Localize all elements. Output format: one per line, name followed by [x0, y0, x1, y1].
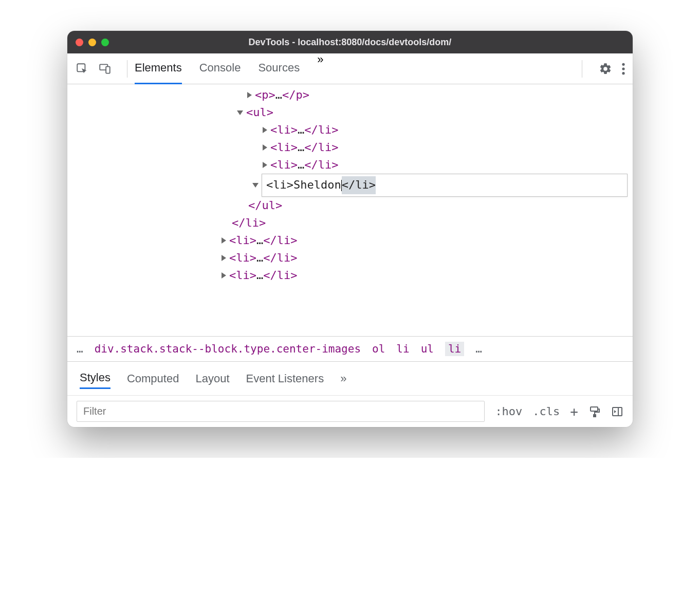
breadcrumb: … div.stack.stack--block.type.center-ima…: [67, 336, 633, 362]
tab-console[interactable]: Console: [199, 53, 241, 84]
tag-close: </li>: [304, 121, 338, 139]
ellipsis: …: [298, 156, 304, 174]
tag-open: <ul>: [246, 104, 273, 121]
tag-close: </li>: [263, 267, 297, 284]
svg-rect-6: [591, 407, 598, 411]
maximize-window-button[interactable]: [101, 39, 109, 46]
tab-elements[interactable]: Elements: [135, 53, 182, 84]
breadcrumb-div[interactable]: div.stack.stack--block.type.center-image…: [95, 343, 361, 355]
tag-open: <p>: [255, 86, 275, 104]
cls-toggle[interactable]: .cls: [532, 405, 560, 418]
dom-node-li[interactable]: <li>…</li>: [72, 121, 628, 139]
tab-computed[interactable]: Computed: [127, 369, 179, 388]
expand-arrow-icon[interactable]: [263, 162, 267, 168]
window-traffic-lights: [76, 39, 109, 46]
toolbar-divider: [127, 60, 127, 78]
dom-node-li[interactable]: <li>…</li>: [72, 249, 628, 267]
toolbar-divider: [582, 60, 582, 78]
breadcrumb-overflow-left[interactable]: …: [77, 343, 83, 355]
styles-tabs: Styles Computed Layout Event Listeners »: [67, 362, 633, 396]
ellipsis: …: [298, 121, 304, 139]
tag-close: </li>: [304, 139, 338, 156]
dom-node-ul[interactable]: <ul>: [72, 104, 628, 121]
minimize-window-button[interactable]: [88, 39, 96, 46]
inspect-element-icon[interactable]: [75, 61, 90, 77]
tag-open: <li>: [270, 139, 298, 156]
svg-rect-7: [594, 415, 596, 417]
expand-arrow-icon[interactable]: [263, 144, 267, 151]
styles-filter-row: :hov .cls +: [67, 396, 633, 427]
devtools-toolbar: Elements Console Sources »: [67, 53, 633, 84]
dom-node-li-close[interactable]: </li>: [72, 214, 628, 232]
tag-open: <li>: [270, 156, 298, 174]
more-styles-tabs-icon[interactable]: »: [340, 369, 346, 388]
main-tabs: Elements Console Sources »: [135, 53, 575, 84]
collapse-arrow-icon[interactable]: [237, 110, 243, 115]
titlebar: DevTools - localhost:8080/docs/devtools/…: [67, 31, 633, 53]
tab-sources[interactable]: Sources: [258, 53, 300, 84]
tag-close: </li>: [263, 249, 297, 267]
html-edit-input[interactable]: <li>Sheldon</li>: [262, 174, 628, 196]
breadcrumb-overflow-right[interactable]: …: [475, 343, 482, 355]
window-title: DevTools - localhost:8080/docs/devtools/…: [67, 37, 633, 48]
more-tabs-icon[interactable]: »: [317, 53, 323, 84]
tag-close: </li>: [232, 214, 266, 232]
expand-arrow-icon[interactable]: [222, 237, 226, 244]
edit-text: <li>Sheldon: [266, 176, 341, 194]
expand-arrow-icon[interactable]: [247, 92, 252, 98]
tag-open: <li>: [229, 249, 256, 267]
tag-open: <li>: [229, 232, 256, 249]
dom-node-li[interactable]: <li>…</li>: [72, 139, 628, 156]
breadcrumb-ul[interactable]: ul: [421, 343, 434, 355]
kebab-menu-icon[interactable]: [621, 62, 625, 76]
dom-tree[interactable]: <p>…</p> <ul> <li>…</li> <li>…</li> <li>…: [67, 84, 633, 336]
tag-close: </li>: [263, 232, 297, 249]
settings-icon[interactable]: [599, 62, 612, 76]
tab-event-listeners[interactable]: Event Listeners: [246, 369, 324, 388]
svg-point-4: [622, 67, 624, 70]
dom-node-li[interactable]: <li>…</li>: [72, 232, 628, 249]
close-window-button[interactable]: [76, 39, 83, 46]
expand-arrow-icon[interactable]: [222, 272, 226, 279]
dom-node-li-editing[interactable]: <li>Sheldon</li>: [72, 174, 628, 196]
svg-rect-2: [106, 66, 110, 73]
dom-node-ul-close[interactable]: </ul>: [72, 197, 628, 214]
tag-close: </ul>: [248, 197, 282, 214]
edit-closing-tag: </li>: [342, 176, 376, 194]
ellipsis: …: [298, 139, 304, 156]
new-style-rule-button[interactable]: +: [570, 404, 578, 419]
svg-rect-8: [613, 407, 622, 416]
svg-point-5: [622, 72, 624, 75]
paint-icon[interactable]: [588, 405, 601, 418]
tag-close: </p>: [282, 86, 309, 104]
toolbar-right: [575, 60, 625, 78]
devtools-window: DevTools - localhost:8080/docs/devtools/…: [67, 31, 633, 427]
ellipsis: …: [256, 249, 263, 267]
tag-open: <li>: [229, 267, 256, 284]
device-toolbar-icon[interactable]: [97, 61, 113, 77]
expand-arrow-icon[interactable]: [263, 127, 267, 133]
dom-node-p[interactable]: <p>…</p>: [72, 86, 628, 104]
breadcrumb-ol[interactable]: ol: [372, 343, 385, 355]
tag-open: <li>: [270, 121, 298, 139]
tab-styles[interactable]: Styles: [80, 368, 110, 389]
expand-arrow-icon[interactable]: [222, 255, 226, 261]
breadcrumb-li[interactable]: li: [396, 343, 409, 355]
ellipsis: …: [275, 86, 282, 104]
svg-point-3: [622, 63, 624, 65]
dom-node-li[interactable]: <li>…</li>: [72, 156, 628, 174]
breadcrumb-li-selected[interactable]: li: [445, 342, 464, 356]
tab-layout[interactable]: Layout: [195, 369, 229, 388]
tag-close: </li>: [304, 156, 338, 174]
dom-node-li[interactable]: <li>…</li>: [72, 267, 628, 284]
ellipsis: …: [256, 232, 263, 249]
hov-toggle[interactable]: :hov: [495, 405, 522, 418]
styles-filter-input[interactable]: [77, 401, 485, 422]
collapse-arrow-icon[interactable]: [252, 183, 259, 188]
toggle-sidebar-icon[interactable]: [611, 405, 623, 418]
ellipsis: …: [256, 267, 263, 284]
